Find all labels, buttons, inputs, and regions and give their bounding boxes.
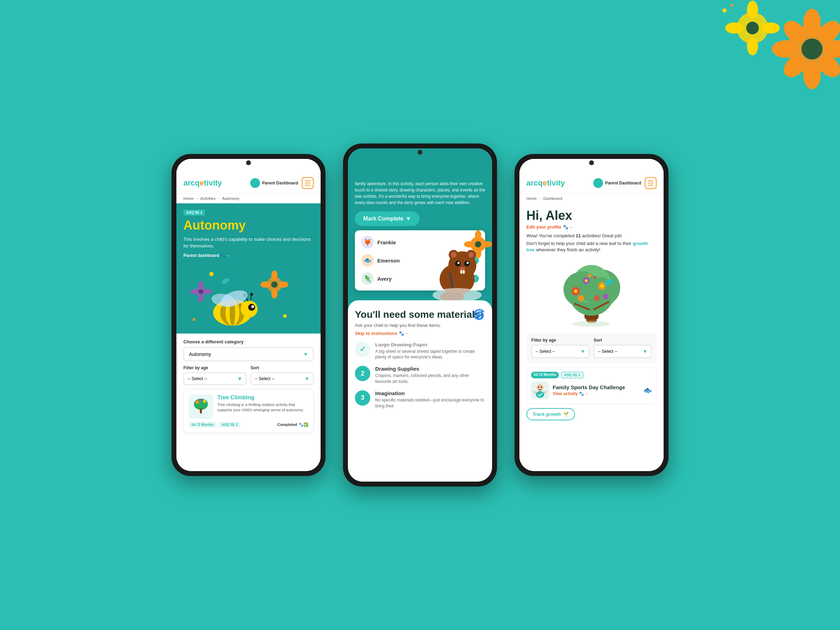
svg-point-43: [250, 293, 253, 296]
svg-point-95: [603, 294, 608, 299]
p1-tag-2: ASQ SE 2: [219, 422, 240, 428]
material-1-text: Large Drawing Paper A big sheet or sever…: [375, 342, 485, 360]
p3-edit-profile-link[interactable]: Edit your profile 🐾→: [526, 224, 657, 230]
p3-content: arcqetivity Parent Dashboard: [519, 159, 663, 471]
phone-1-screen: arcqetivity Parent Dashboard: [177, 159, 321, 471]
p3-completed-msg: Wow! You've completed 11 activities! Gre…: [526, 233, 657, 238]
p2-top: family adventure. In this activity, each…: [348, 148, 492, 300]
p3-card-info: Family Sports Day Challenge View activit…: [553, 384, 640, 396]
phone-2-screen: family adventure. In this activity, each…: [348, 148, 492, 482]
p3-track-growth-btn[interactable]: Track growth 🌱: [526, 408, 575, 420]
svg-point-60: [482, 241, 492, 248]
svg-point-29: [190, 289, 197, 294]
p1-sort-select[interactable]: -- Select -- ▼: [251, 373, 314, 385]
p3-ham-2: [648, 183, 654, 183]
p1-breadcrumb: Home → Activities → Autonomy: [177, 194, 321, 203]
avery-avatar: 🦎: [361, 272, 374, 285]
p3-edit-arrow: 🐾→: [563, 224, 573, 230]
p3-view-activity-link[interactable]: View activity 🐾→: [553, 391, 640, 396]
svg-point-53: [203, 400, 206, 403]
svg-point-52: [196, 400, 199, 404]
frankie-avatar: 🦊: [361, 236, 374, 248]
p3-hamburger[interactable]: [645, 177, 657, 189]
p1-hamburger[interactable]: [302, 177, 314, 189]
p3-completed-post: activities! Great job!: [581, 233, 622, 238]
p3-parent-dash-btn[interactable]: Parent Dashboard: [593, 178, 641, 188]
p3-sort-select[interactable]: -- Select -- ▼: [594, 345, 652, 358]
p3-filter-section: Filter by age -- Select -- ▼ Sort -- Sel…: [526, 333, 657, 363]
p3-filter-age-select[interactable]: -- Select -- ▼: [531, 345, 589, 358]
p1-filter-age-select[interactable]: -- Select -- ▼: [183, 373, 246, 385]
svg-point-59: [464, 241, 474, 248]
p1-activity-title: Tree Climbing: [217, 395, 308, 401]
p1-category-label: Choose a different category: [183, 339, 314, 344]
skip-arrow: 🐾→: [399, 331, 409, 336]
p3-activity-card: 54-72 Months ASQ SE 2: [526, 367, 657, 404]
bee-illustration: [183, 264, 314, 333]
svg-point-76: [433, 288, 482, 300]
p1-dash-arrow: 🐾→: [221, 253, 230, 258]
p1-completed-badge: Completed 🐾✅: [277, 422, 308, 427]
p3-tags-row: 54-72 Months ASQ SE 2: [531, 372, 652, 378]
p3-sort-col: Sort -- Select -- ▼: [594, 338, 652, 358]
material-2-icon: 2: [355, 366, 370, 381]
p3-sort-placeholder: -- Select --: [598, 349, 617, 354]
svg-point-48: [209, 272, 213, 276]
svg-rect-51: [200, 409, 202, 413]
p3-age-chevron: ▼: [580, 349, 585, 354]
p3-view-arrow: 🐾→: [579, 391, 588, 396]
mark-complete-button[interactable]: Mark Complete ▼: [355, 212, 420, 226]
breadcrumb-arrow-2: →: [217, 196, 221, 201]
breadcrumb-home[interactable]: Home: [183, 196, 194, 201]
phone-3: arcqetivity Parent Dashboard: [515, 154, 668, 476]
p2-beaver-illustration: [429, 223, 492, 300]
p1-filter-row: Filter by age -- Select -- ▼ Sort -- Sel…: [183, 365, 314, 385]
material-3-title: Imagination: [375, 390, 485, 396]
svg-point-46: [283, 314, 287, 318]
p1-age-chevron: ▼: [237, 376, 242, 382]
p1-category-select[interactable]: Autonomy ▼: [183, 347, 314, 361]
emerson-avatar: 🐟: [361, 254, 374, 267]
p1-activity-info: Tree Climbing Tree climbing is a thrilli…: [217, 395, 308, 413]
p3-breadcrumb: Home → Dashboard: [519, 194, 663, 203]
svg-point-66: [468, 252, 474, 257]
breadcrumb-activities[interactable]: Activities: [200, 196, 215, 201]
p3-view-activity-text: View activity: [553, 391, 578, 396]
svg-point-58: [475, 248, 481, 258]
p3-avatar: [593, 178, 603, 188]
skip-instructions-link[interactable]: Skip to instructions 🐾→: [355, 331, 485, 336]
p3-breadcrumb-home[interactable]: Home: [526, 196, 537, 201]
material-2: 2 Drawing Supplies Crayons, markers, col…: [355, 366, 485, 385]
svg-point-54: [199, 399, 202, 401]
p3-ham-3: [648, 185, 654, 185]
p3-age-placeholder: -- Select --: [535, 349, 555, 354]
p2-story-text: family adventure. In this activity, each…: [355, 181, 485, 206]
material-1-icon: ✓: [355, 342, 370, 357]
phone-camera: [246, 160, 251, 165]
svg-point-21: [271, 270, 278, 280]
p1-sort-col: Sort -- Select -- ▼: [251, 365, 314, 385]
p3-growth-post: whenever they finish an activity!: [535, 247, 600, 253]
p1-chevron-down: ▼: [303, 351, 308, 357]
p3-track-growth-icon: 🌱: [563, 412, 569, 417]
p1-activity-thumb: [189, 395, 213, 419]
p1-badge: ASQ SE 2: [183, 210, 205, 216]
svg-point-57: [475, 230, 481, 240]
p1-sort-label: Sort: [251, 365, 314, 370]
p2-content: family adventure. In this activity, each…: [348, 148, 492, 482]
svg-point-92: [585, 279, 587, 282]
breadcrumb-arrow-1: →: [195, 196, 199, 201]
svg-point-31: [221, 277, 230, 284]
p1-parent-dash-link[interactable]: Parent dashboard 🐾→: [183, 253, 314, 258]
svg-rect-73: [463, 270, 465, 274]
svg-point-97: [588, 274, 592, 277]
svg-point-24: [279, 281, 288, 288]
phone-1: arcqetivity Parent Dashboard: [172, 154, 325, 476]
svg-point-70: [467, 262, 469, 264]
mark-complete-label: Mark Complete: [363, 216, 404, 222]
p1-parent-dash-btn[interactable]: Parent Dashboard: [250, 178, 298, 188]
p1-filter-age-placeholder: -- Select --: [188, 376, 207, 381]
p3-card-row: Family Sports Day Challenge View activit…: [531, 381, 652, 399]
svg-point-47: [193, 318, 195, 321]
svg-point-94: [578, 295, 584, 302]
